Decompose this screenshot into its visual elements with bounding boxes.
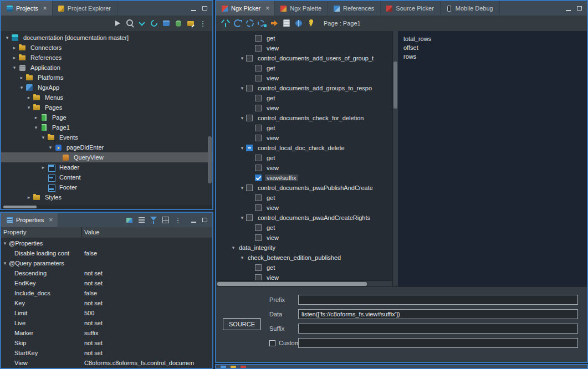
- collapse-icon[interactable]: ▾: [32, 122, 40, 132]
- expand-icon[interactable]: ▸: [18, 73, 25, 83]
- picker-tree-item[interactable]: view: [216, 43, 392, 53]
- picker-tree-item[interactable]: ▾control_documents_check_for_deletion: [216, 113, 392, 123]
- picker-vertical-scrollbar[interactable]: [392, 31, 398, 286]
- tab-mobile-debug[interactable]: Mobile Debug: [441, 1, 500, 16]
- scrollbar-thumb[interactable]: [217, 282, 367, 286]
- collapse-icon[interactable]: ▾: [229, 243, 237, 253]
- picker-tree-item[interactable]: ▾data_integrity: [216, 243, 392, 253]
- prefix-input[interactable]: [298, 295, 578, 305]
- expand-icon[interactable]: ▸: [25, 192, 33, 202]
- checkbox-unchecked[interactable]: [255, 264, 262, 271]
- property-row[interactable]: ViewC8oforms.c8oforms_fs.control_documen: [1, 358, 212, 368]
- checkbox-unchecked[interactable]: [255, 105, 262, 111]
- property-row[interactable]: EndKeynot set: [1, 278, 212, 288]
- collapse-icon[interactable]: ▾: [39, 132, 47, 142]
- checkbox-checked[interactable]: [255, 175, 262, 181]
- expand-icon[interactable]: ▸: [11, 53, 18, 63]
- collapse-icon[interactable]: ▾: [11, 63, 18, 73]
- projects-tree-item[interactable]: Content: [1, 172, 212, 182]
- gear-plug-icon[interactable]: [257, 18, 267, 28]
- picker-tree-item[interactable]: ▾control_documents_add_groups_to_respo: [216, 83, 392, 93]
- tab-source-picker[interactable]: Source Picker: [381, 1, 440, 16]
- globe-icon[interactable]: [294, 18, 304, 28]
- property-row[interactable]: Limit500: [1, 308, 212, 318]
- expand-icon[interactable]: ▸: [32, 112, 40, 122]
- category-icon[interactable]: [161, 215, 171, 225]
- checkbox-unchecked[interactable]: [255, 125, 262, 131]
- checkbox-unchecked[interactable]: [255, 274, 262, 280]
- document-icon[interactable]: [282, 18, 292, 28]
- picker-tree-item[interactable]: get: [216, 193, 392, 203]
- picker-tree-item[interactable]: view: [216, 103, 392, 113]
- collapse-icon[interactable]: ▾: [238, 183, 246, 193]
- output-field-offset[interactable]: offset: [398, 43, 587, 52]
- output-field-total-rows[interactable]: total_rows: [398, 34, 587, 43]
- checkbox-unchecked[interactable]: [255, 95, 262, 101]
- projects-tree-item[interactable]: ▸Connectors: [1, 43, 212, 53]
- collapse-icon[interactable]: ▾: [1, 258, 9, 268]
- checkbox-unchecked[interactable]: [255, 65, 262, 71]
- checkbox-unchecked[interactable]: [255, 135, 262, 141]
- picker-tree-item[interactable]: get: [216, 263, 392, 273]
- custom-checkbox[interactable]: [269, 340, 275, 346]
- collapse-icon[interactable]: ▾: [238, 253, 246, 263]
- picker-tree-item[interactable]: view: [216, 73, 392, 83]
- expand-icon[interactable]: ▸: [25, 93, 33, 102]
- source-button[interactable]: SOURCE: [223, 318, 261, 330]
- property-row[interactable]: Descendingnot set: [1, 268, 212, 278]
- picker-tree-item[interactable]: view#suffix: [216, 173, 392, 183]
- property-row[interactable]: Keynot set: [1, 298, 212, 308]
- tab-projects[interactable]: Projects×: [1, 1, 53, 16]
- projects-vertical-scrollbar[interactable]: [208, 31, 212, 209]
- projects-tree-item[interactable]: Footer: [1, 182, 212, 192]
- checkbox-unchecked[interactable]: [255, 35, 262, 42]
- collapse-icon[interactable]: ▾: [238, 83, 246, 93]
- checkbox-unchecked[interactable]: [255, 224, 262, 231]
- projects-horizontal-scrollbar[interactable]: [1, 205, 212, 209]
- checkbox-unchecked[interactable]: [255, 234, 262, 241]
- projects-tree-item[interactable]: ▾pageDidEnter: [1, 142, 212, 152]
- collapse-icon[interactable]: ▾: [3, 33, 11, 43]
- picker-tree-item[interactable]: get: [216, 223, 392, 233]
- projects-tree-item[interactable]: ▸References: [1, 53, 212, 63]
- projects-tree-item[interactable]: QueryView: [1, 152, 212, 162]
- checkbox-unchecked[interactable]: [246, 55, 253, 62]
- minimize-button[interactable]: [188, 3, 198, 13]
- picker-tree-item[interactable]: ▾control_documents_pwaPublishAndCreate: [216, 183, 392, 193]
- scrollbar-thumb[interactable]: [3, 206, 37, 208]
- collapse-icon[interactable]: ▾: [238, 213, 246, 223]
- tab-references[interactable]: References: [328, 1, 381, 16]
- collapse-icon[interactable]: ▾: [1, 238, 9, 248]
- overflow-icon[interactable]: [198, 18, 208, 28]
- projects-tree-item[interactable]: ▾documentation [documentation master]: [1, 33, 212, 43]
- property-row[interactable]: Livenot set: [1, 318, 212, 328]
- checkbox-unchecked[interactable]: [255, 45, 262, 52]
- engine-icon[interactable]: [161, 18, 171, 28]
- picker-tree-item[interactable]: view: [216, 133, 392, 143]
- close-icon[interactable]: ×: [265, 5, 269, 12]
- maximize-button[interactable]: [200, 215, 209, 225]
- collapse-icon[interactable]: ▾: [25, 102, 33, 112]
- pin-icon[interactable]: [306, 18, 316, 28]
- collapse-icon[interactable]: ▾: [238, 143, 246, 153]
- scrollbar-thumb[interactable]: [393, 62, 397, 109]
- custom-input[interactable]: [298, 338, 578, 348]
- picker-tree-item[interactable]: get: [216, 63, 392, 73]
- search-icon[interactable]: [125, 18, 135, 28]
- checkbox-partial[interactable]: [246, 145, 253, 151]
- output-field-rows[interactable]: rows: [398, 52, 587, 61]
- close-icon[interactable]: ×: [43, 5, 47, 12]
- projects-tree-item[interactable]: ▸Styles: [1, 192, 212, 202]
- projects-tree-item[interactable]: ▾NgxApp: [1, 83, 212, 93]
- checkbox-unchecked[interactable]: [246, 184, 253, 191]
- data-input[interactable]: [298, 309, 578, 319]
- filter-icon[interactable]: [149, 215, 158, 225]
- picker-horizontal-scrollbar[interactable]: [216, 280, 392, 286]
- projects-tree-item[interactable]: ▸Menus: [1, 93, 212, 102]
- tab-properties[interactable]: Properties×: [1, 213, 58, 227]
- picker-tree-item[interactable]: get: [216, 93, 392, 103]
- refresh-icon[interactable]: [233, 18, 243, 28]
- import-icon[interactable]: [269, 18, 279, 28]
- projects-tree-item[interactable]: ▸Page: [1, 112, 212, 122]
- projects-tree-item[interactable]: ▸Platforms: [1, 73, 212, 83]
